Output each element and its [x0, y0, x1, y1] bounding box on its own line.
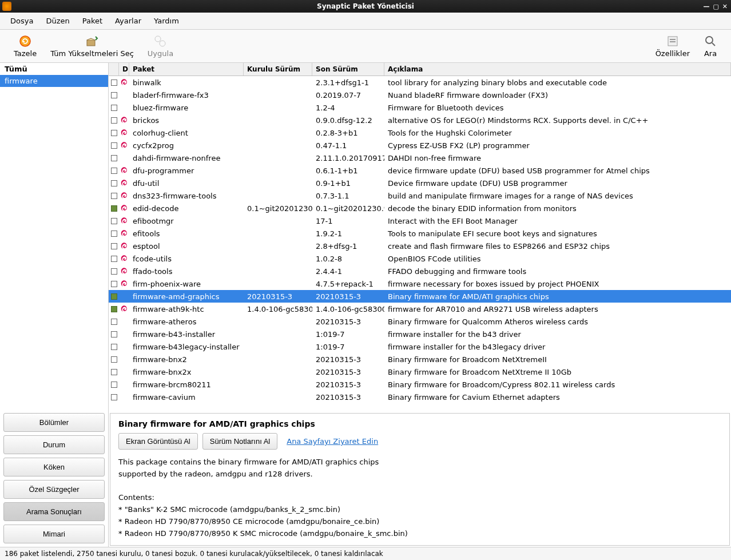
status-checkbox[interactable]: [109, 231, 119, 237]
header-package[interactable]: Paket: [129, 63, 244, 76]
architecture-button[interactable]: Mimari: [3, 525, 105, 543]
package-row[interactable]: bluez-firmware1.2-4Firmware for Bluetoot…: [109, 101, 731, 114]
search-button[interactable]: Ara: [697, 34, 724, 58]
package-row[interactable]: fcode-utils1.0.2-8OpenBIOS FCode utiliti…: [109, 252, 731, 265]
status-checkbox[interactable]: [109, 306, 119, 312]
package-row[interactable]: efitools1.9.2-1Tools to manipulate EFI s…: [109, 227, 731, 240]
status-checkbox[interactable]: [109, 92, 119, 98]
package-name: firm-phoenix-ware: [129, 280, 244, 288]
package-description: DAHDI non-free firmware: [384, 154, 731, 162]
maximize-button[interactable]: ▢: [713, 3, 718, 10]
package-list[interactable]: binwalk2.3.1+dfsg1-1tool library for ana…: [109, 76, 731, 412]
status-checkbox[interactable]: [109, 356, 119, 363]
sections-button[interactable]: Bölümler: [3, 413, 105, 432]
status-checkbox[interactable]: [109, 243, 119, 249]
status-checkbox[interactable]: [109, 180, 119, 186]
package-row[interactable]: firmware-ath9k-htc1.4.0-106-gc5830091.4.…: [109, 303, 731, 315]
package-row[interactable]: firmware-b43-installer1:019-7firmware in…: [109, 328, 731, 340]
menu-help[interactable]: Yardım: [148, 15, 185, 27]
status-checkbox[interactable]: [109, 80, 119, 86]
package-row[interactable]: firmware-bnx220210315-3Binary firmware f…: [109, 353, 731, 366]
refresh-button[interactable]: Tazele: [7, 34, 43, 58]
changelog-button[interactable]: Sürüm Notlarını Al: [202, 433, 278, 450]
latest-version: 20210315-3: [312, 393, 384, 402]
package-name: firmware-bnx2: [129, 355, 244, 364]
installed-version: 0.1~git20201230.9: [244, 204, 312, 213]
status-checkbox[interactable]: [109, 382, 119, 388]
package-row[interactable]: colorhug-client0.2.8-3+b1Tools for the H…: [109, 126, 731, 139]
origin-button[interactable]: Köken: [3, 458, 105, 476]
status-checkbox[interactable]: [109, 218, 119, 224]
package-row[interactable]: dfu-util0.9-1+b1Device firmware update (…: [109, 177, 731, 189]
package-name: binwalk: [129, 78, 244, 87]
status-checkbox[interactable]: [109, 168, 119, 174]
minimize-button[interactable]: —: [703, 3, 709, 10]
status-checkbox[interactable]: [109, 331, 119, 337]
status-checkbox[interactable]: [109, 193, 119, 199]
debian-icon: [119, 305, 129, 313]
status-checkbox[interactable]: [109, 256, 119, 262]
package-row[interactable]: dahdi-firmware-nonfree2.11.1.0.20170917-…: [109, 152, 731, 164]
properties-button[interactable]: Özellikler: [649, 34, 697, 58]
package-name: dns323-firmware-tools: [129, 192, 244, 200]
status-checkbox[interactable]: [109, 117, 119, 124]
window-titlebar: Synaptic Paket Yöneticisi — ▢ ✕: [0, 0, 731, 13]
header-installed-version[interactable]: Kurulu Sürüm: [244, 63, 312, 76]
package-row[interactable]: dfu-programmer0.6.1-1+b1device firmware …: [109, 164, 731, 177]
debian-icon: [119, 229, 129, 237]
package-row[interactable]: ffado-tools2.4.4-1FFADO debugging and fi…: [109, 265, 731, 277]
menu-settings[interactable]: Ayarlar: [109, 15, 147, 27]
status-button[interactable]: Durum: [3, 435, 105, 454]
package-row[interactable]: brickos0.9.0.dfsg-12.2alternative OS for…: [109, 114, 731, 126]
package-row[interactable]: cycfx2prog0.47-1.1Cypress EZ-USB FX2 (LP…: [109, 139, 731, 152]
menu-edit[interactable]: Düzen: [40, 15, 75, 27]
status-checkbox[interactable]: [109, 293, 119, 300]
sidebar-category-list[interactable]: Tümü firmware: [0, 63, 108, 410]
header-d[interactable]: D: [119, 63, 129, 76]
package-row[interactable]: firmware-b43legacy-installer1:019-7firmw…: [109, 340, 731, 353]
package-description: build and manipulate firmware images for…: [384, 192, 731, 200]
header-latest-version[interactable]: Son Sürüm: [312, 63, 384, 76]
filters-button[interactable]: Özel Süzgeçler: [3, 480, 105, 499]
package-name: fcode-utils: [129, 255, 244, 263]
package-row[interactable]: firmware-atheros20210315-3Binary firmwar…: [109, 315, 731, 328]
package-row[interactable]: firmware-brcm8021120210315-3Binary firmw…: [109, 378, 731, 391]
screenshot-button[interactable]: Ekran Görüntüsü Al: [118, 433, 198, 450]
package-description: FFADO debugging and firmware tools: [384, 267, 731, 276]
package-name: edid-decode: [129, 204, 244, 213]
header-status[interactable]: [109, 63, 119, 76]
status-checkbox[interactable]: [109, 319, 119, 325]
detail-description: This package contains the binary firmwar…: [118, 456, 721, 540]
status-checkbox[interactable]: [109, 105, 119, 111]
status-checkbox[interactable]: [109, 142, 119, 149]
mark-upgrades-button[interactable]: Tüm Yükseltmeleri Seç: [43, 34, 141, 58]
status-checkbox[interactable]: [109, 369, 119, 375]
menu-file[interactable]: Dosya: [5, 15, 39, 27]
latest-version: 1.9.2-1: [312, 229, 384, 238]
search-results-button[interactable]: Arama Sonuçları: [3, 502, 105, 521]
status-checkbox[interactable]: [109, 344, 119, 350]
menu-package[interactable]: Paket: [77, 15, 108, 27]
package-row[interactable]: firmware-amd-graphics20210315-320210315-…: [109, 290, 731, 303]
debian-icon: [119, 242, 129, 250]
homepage-link[interactable]: Ana Sayfayı Ziyaret Edin: [287, 437, 378, 446]
package-row[interactable]: edid-decode0.1~git20201230.90.1~git20201…: [109, 202, 731, 215]
package-row[interactable]: firm-phoenix-ware4.7.5+repack-1firmware …: [109, 277, 731, 290]
sidebar-item-firmware[interactable]: firmware: [0, 75, 108, 87]
header-description[interactable]: Açıklama: [384, 63, 731, 76]
package-row[interactable]: bladerf-firmware-fx30.2019.07-7Nuand bla…: [109, 89, 731, 101]
package-row[interactable]: binwalk2.3.1+dfsg1-1tool library for ana…: [109, 76, 731, 89]
status-checkbox[interactable]: [109, 130, 119, 136]
close-button[interactable]: ✕: [722, 3, 728, 10]
status-checkbox[interactable]: [109, 205, 119, 212]
package-row[interactable]: dns323-firmware-tools0.7.3-1.1build and …: [109, 189, 731, 202]
package-panel: D Paket Kurulu Sürüm Son Sürüm Açıklama …: [109, 63, 731, 547]
status-checkbox[interactable]: [109, 281, 119, 287]
status-checkbox[interactable]: [109, 155, 119, 161]
status-checkbox[interactable]: [109, 394, 119, 400]
package-row[interactable]: firmware-bnx2x20210315-3Binary firmware …: [109, 366, 731, 378]
package-row[interactable]: efibootmgr17-1Interact with the EFI Boot…: [109, 215, 731, 227]
status-checkbox[interactable]: [109, 268, 119, 275]
package-row[interactable]: firmware-cavium20210315-3Binary firmware…: [109, 391, 731, 403]
package-row[interactable]: esptool2.8+dfsg-1create and flash firmwa…: [109, 240, 731, 252]
